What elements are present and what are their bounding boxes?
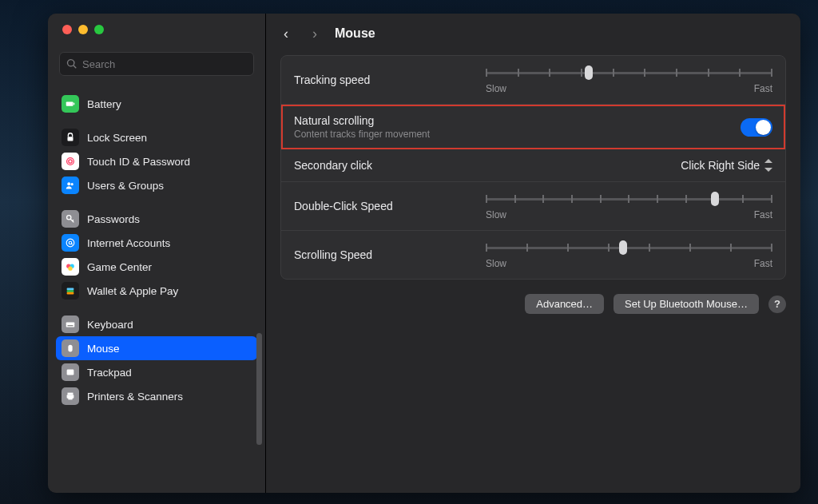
scrolling-speed-slider[interactable] [486,240,772,255]
users-icon [62,177,79,194]
sidebar-item-gamecenter[interactable]: Game Center [56,255,257,279]
svg-rect-15 [67,292,74,295]
zoom-window-button[interactable] [94,25,104,34]
svg-point-4 [69,160,72,163]
slider-min-label: Slow [486,209,506,220]
key-icon [62,210,79,228]
wallet-icon [62,282,79,300]
natural-scrolling-toggle[interactable] [741,118,772,137]
sidebar-item-label: Printers & Scanners [87,391,183,403]
chevron-updown-icon [764,159,772,172]
mouse-icon [62,339,79,357]
at-icon [62,234,79,252]
svg-rect-17 [68,325,73,326]
natural-scrolling-sub: Content tracks finger movement [294,129,741,140]
tracking-speed-row: Tracking speed Slow Fast [281,56,785,105]
sidebar-item-battery[interactable]: Battery [56,92,257,116]
sidebar-item-keyboard[interactable]: Keyboard [56,312,257,336]
svg-point-6 [71,183,73,185]
sidebar-item-trackpad[interactable]: Trackpad [56,360,257,384]
sidebar-item-users[interactable]: Users & Groups [56,173,257,197]
sidebar-item-lock[interactable]: Lock Screen [56,125,257,149]
sidebar-item-label: Keyboard [87,319,133,331]
svg-point-8 [66,239,74,247]
double-click-speed-slider[interactable] [486,192,772,206]
secondary-click-select[interactable]: Click Right Side [681,159,772,172]
svg-point-12 [68,267,72,271]
sidebar-item-wallet[interactable]: Wallet & Apple Pay [56,279,257,303]
tracking-speed-label: Tracking speed [294,73,486,86]
tracking-speed-slider[interactable] [486,65,772,80]
nav-back-button[interactable]: ‹ [280,26,292,42]
natural-scrolling-label: Natural scrolling [294,114,741,127]
sidebar-item-label: Battery [87,98,121,110]
double-click-speed-label: Double-Click Speed [294,200,486,212]
sidebar-item-label: Internet Accounts [87,237,170,249]
svg-rect-0 [66,101,73,105]
sidebar-item-printer[interactable]: Printers & Scanners [56,384,257,408]
svg-rect-16 [66,322,75,327]
svg-point-3 [67,158,74,165]
close-window-button[interactable] [62,25,72,34]
svg-rect-2 [68,137,73,141]
sidebar-list: BatteryLock ScreenTouch ID & PasswordUse… [48,82,265,493]
sidebar-item-label: Passwords [87,213,140,225]
svg-rect-13 [67,288,74,291]
advanced-button[interactable]: Advanced… [525,294,604,314]
natural-scrolling-row: Natural scrolling Content tracks finger … [281,105,785,149]
sidebar-item-mouse[interactable]: Mouse [56,336,257,360]
lock-icon [62,129,79,146]
window-controls [48,14,265,42]
gamecenter-icon [62,258,79,276]
printer-icon [62,387,79,405]
scrolling-speed-label: Scrolling Speed [294,248,486,261]
touchid-icon [62,153,79,170]
svg-rect-19 [67,370,74,375]
help-button[interactable]: ? [768,296,786,313]
footer-buttons: Advanced… Set Up Bluetooth Mouse… ? [266,280,800,328]
sidebar-item-at[interactable]: Internet Accounts [56,231,257,255]
svg-rect-14 [67,290,74,292]
slider-min-label: Slow [486,83,506,94]
page-title: Mouse [335,26,375,41]
sidebar-item-label: Wallet & Apple Pay [87,285,178,297]
sidebar-item-label: Trackpad [87,367,132,379]
setup-bluetooth-button[interactable]: Set Up Bluetooth Mouse… [614,294,759,314]
sidebar-item-label: Lock Screen [87,132,147,144]
keyboard-icon [62,315,79,333]
secondary-click-label: Secondary click [294,159,534,172]
slider-min-label: Slow [486,258,506,269]
nav-forward-button: › [309,26,320,42]
slider-max-label: Fast [754,209,772,220]
sidebar-item-label: Users & Groups [87,180,164,192]
trackpad-icon [62,363,79,381]
minimize-window-button[interactable] [78,25,88,34]
main-content: ‹ › Mouse Tracking speed Slow Fast [266,14,800,493]
svg-rect-18 [68,345,72,352]
sidebar: BatteryLock ScreenTouch ID & PasswordUse… [48,14,266,493]
double-click-speed-row: Double-Click Speed Slow Fast [281,182,785,231]
search-icon [66,58,77,69]
settings-window: BatteryLock ScreenTouch ID & PasswordUse… [48,14,800,493]
slider-max-label: Fast [754,83,772,94]
svg-point-5 [67,182,70,185]
sidebar-item-label: Touch ID & Password [87,156,190,168]
secondary-click-row: Secondary click Click Right Side [281,149,785,182]
battery-icon [62,95,79,113]
sidebar-item-touchid[interactable]: Touch ID & Password [56,149,257,173]
svg-rect-22 [68,398,72,400]
sidebar-item-label: Game Center [87,261,152,273]
slider-max-label: Fast [754,258,772,269]
sidebar-scrollbar[interactable] [256,333,262,445]
sidebar-item-key[interactable]: Passwords [56,207,257,231]
search-field[interactable] [59,52,254,76]
secondary-click-value: Click Right Side [681,159,760,172]
nav-arrows: ‹ › [280,26,320,42]
search-input[interactable] [82,58,247,70]
sidebar-item-label: Mouse [87,343,120,355]
scrolling-speed-row: Scrolling Speed Slow Fast [281,231,785,279]
top-bar: ‹ › Mouse [266,14,800,54]
svg-rect-1 [73,103,74,105]
svg-rect-20 [68,393,73,395]
settings-panel: Tracking speed Slow Fast Natural scrolli… [280,55,786,280]
